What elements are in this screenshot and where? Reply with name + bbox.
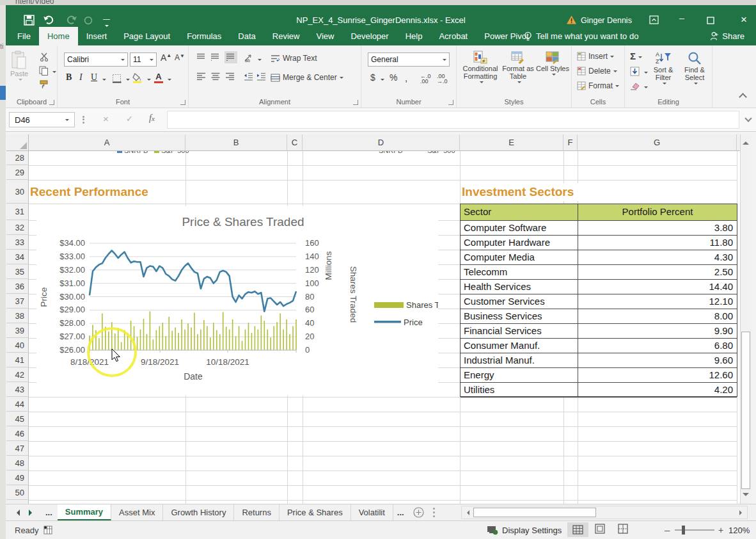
page-break-view-button[interactable]	[617, 524, 629, 534]
row-header-40[interactable]: 40	[6, 338, 29, 353]
formula-bar-expand-icon[interactable]	[744, 115, 752, 122]
find-select-button[interactable]: Find & Select	[680, 51, 709, 85]
percent-cell[interactable]: 12.60	[578, 368, 737, 382]
normal-view-button[interactable]	[567, 522, 588, 537]
sector-cell[interactable]: Health Services	[461, 280, 578, 294]
underline-dropdown[interactable]	[102, 79, 106, 83]
accounting-format-button[interactable]: $	[370, 72, 375, 83]
column-header-C[interactable]: C	[287, 134, 303, 151]
font-color-dropdown[interactable]	[168, 79, 171, 83]
column-header-F[interactable]: F	[563, 134, 578, 151]
align-top-icon[interactable]	[196, 53, 207, 61]
wrap-text-button[interactable]: Wrap Text	[271, 54, 317, 63]
row-header-45[interactable]: 45	[6, 412, 29, 426]
zoom-in-button[interactable]: +	[718, 525, 723, 535]
percent-cell[interactable]: 8.00	[578, 309, 737, 323]
sector-cell[interactable]: Financial Services	[461, 324, 578, 338]
shrink-font-button[interactable]: A▼	[175, 53, 185, 62]
borders-icon[interactable]	[112, 74, 122, 83]
percent-cell[interactable]: 6.80	[578, 339, 737, 353]
fill-color-icon[interactable]	[132, 72, 143, 83]
column-header-G[interactable]: G	[578, 134, 737, 151]
sheet-nav-left-icon[interactable]	[6, 504, 24, 520]
h-scroll-right-icon[interactable]	[739, 510, 744, 515]
fill-color-dropdown[interactable]	[147, 79, 151, 83]
sector-cell[interactable]: Customer Services	[461, 294, 578, 309]
account-name[interactable]: Ginger Dennis	[581, 16, 632, 25]
percent-cell[interactable]: 12.10	[578, 294, 737, 309]
decrease-decimal-button[interactable]: .00→.0	[437, 74, 448, 84]
cut-icon[interactable]	[40, 52, 49, 61]
row-header-47[interactable]: 47	[6, 441, 29, 456]
percent-cell[interactable]: 3.80	[578, 221, 737, 235]
row-header-36[interactable]: 36	[6, 279, 29, 294]
ribbon-tab-developer[interactable]: Developer	[342, 27, 397, 45]
h-scroll-thumb[interactable]	[473, 508, 596, 517]
sector-cell[interactable]: Computer Media	[461, 250, 578, 264]
v-scroll-down-icon[interactable]	[743, 493, 749, 499]
ribbon-tab-help[interactable]: Help	[397, 27, 431, 45]
number-dialog-launcher[interactable]	[448, 100, 453, 105]
sector-cell[interactable]: Utilities	[461, 383, 578, 397]
font-dialog-launcher[interactable]	[180, 100, 185, 105]
ribbon-tab-home[interactable]: Home	[39, 27, 78, 45]
row-header-46[interactable]: 46	[6, 426, 29, 441]
row-header-29[interactable]: 29	[6, 165, 29, 180]
underline-button[interactable]: U	[91, 72, 97, 83]
row-header-32[interactable]: 32	[6, 220, 29, 235]
ribbon-tab-page-layout[interactable]: Page Layout	[115, 27, 178, 45]
percent-cell[interactable]: 4.20	[578, 383, 737, 397]
decrease-indent-icon[interactable]	[244, 72, 253, 81]
collapse-ribbon-icon[interactable]	[739, 93, 747, 101]
column-header-D[interactable]: D	[303, 134, 460, 151]
h-scroll-left-icon[interactable]	[464, 510, 469, 515]
font-size-combo[interactable]: 11	[130, 52, 157, 67]
delete-cells-button[interactable]: Delete	[577, 67, 617, 76]
ribbon-tab-review[interactable]: Review	[264, 27, 308, 45]
sheet-tab-summary[interactable]: Summary	[58, 504, 111, 520]
ribbon-tab-insert[interactable]: Insert	[78, 27, 116, 45]
ribbon-tab-view[interactable]: View	[308, 27, 342, 45]
name-box-dropdown[interactable]	[65, 119, 69, 123]
alignment-dialog-launcher[interactable]	[353, 100, 358, 105]
maximize-button[interactable]	[707, 17, 714, 24]
comma-style-button[interactable]: ,	[405, 72, 407, 83]
sheet-tab-asset-mix[interactable]: Asset Mix	[111, 504, 163, 520]
insert-cells-button[interactable]: Insert	[577, 52, 614, 61]
name-box[interactable]: D46	[9, 112, 75, 127]
ribbon-display-options-icon[interactable]	[649, 15, 659, 24]
sheet-tab-growth-history[interactable]: Growth History	[163, 504, 234, 520]
fill-button[interactable]	[630, 67, 640, 76]
align-left-icon[interactable]	[196, 72, 207, 81]
format-as-table-button[interactable]: Format as Table	[500, 51, 536, 84]
accounting-dropdown[interactable]	[381, 79, 384, 83]
v-scroll-thumb[interactable]	[741, 332, 750, 489]
new-sheet-button[interactable]	[408, 504, 429, 520]
save-icon[interactable]	[24, 15, 35, 26]
table-header-sector[interactable]: Sector	[461, 204, 578, 220]
row-header-35[interactable]: 35	[6, 264, 29, 279]
zoom-level[interactable]: 120%	[728, 526, 750, 535]
ribbon-tab-formulas[interactable]: Formulas	[178, 27, 230, 45]
copy-dropdown[interactable]	[52, 71, 56, 75]
row-header-48[interactable]: 48	[6, 456, 29, 471]
row-header-37[interactable]: 37	[6, 294, 29, 309]
align-center-icon[interactable]	[210, 72, 221, 81]
macro-record-icon[interactable]	[43, 525, 53, 535]
zoom-out-button[interactable]: –	[665, 524, 670, 535]
autosum-button[interactable]: Σ	[630, 51, 642, 61]
column-header-A[interactable]: A	[29, 134, 185, 151]
align-middle-icon[interactable]	[210, 53, 221, 61]
sector-cell[interactable]: Computer Software	[461, 221, 578, 235]
percent-cell[interactable]: 4.30	[578, 250, 737, 264]
percent-cell[interactable]: 11.80	[578, 236, 737, 250]
clipboard-dialog-launcher[interactable]	[49, 100, 54, 105]
percent-cell[interactable]: 2.50	[578, 265, 737, 279]
sort-filter-button[interactable]: AZ Sort & Filter	[648, 51, 679, 85]
insert-function-button[interactable]: fx	[149, 113, 155, 124]
percent-style-button[interactable]: %	[390, 72, 397, 83]
close-button[interactable]: ×	[736, 13, 752, 26]
row-header-31[interactable]: 31	[6, 204, 29, 220]
sector-cell[interactable]: Computer Hardware	[461, 236, 578, 250]
price-shares-chart[interactable]: $34.00160$33.00140$32.00120$31.00100$30.…	[36, 206, 438, 396]
